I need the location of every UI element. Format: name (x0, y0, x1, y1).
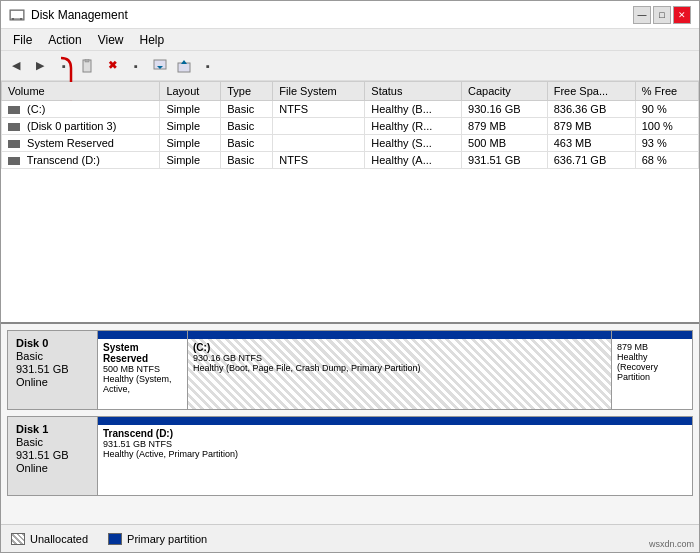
partition-body-striped: (C:) 930.16 GB NTFS Healthy (Boot, Page … (188, 339, 611, 409)
table-row[interactable]: System Reserved Simple Basic Healthy (S.… (2, 135, 699, 152)
type-cell: Basic (221, 101, 273, 118)
fs-cell (273, 135, 365, 152)
partition-c-drive[interactable]: (C:) 930.16 GB NTFS Healthy (Boot, Page … (188, 331, 612, 409)
volume-table: Volume Layout Type File System Status Ca… (1, 81, 699, 169)
partition-name: (C:) (193, 342, 606, 353)
percent-cell: 90 % (635, 101, 698, 118)
disk0-type: Basic (16, 350, 89, 362)
freespace-cell: 879 MB (547, 118, 635, 135)
svg-rect-6 (85, 59, 89, 62)
back-button[interactable]: ◀ (5, 55, 27, 77)
table-row[interactable]: (C:) Simple Basic NTFS Healthy (B... 930… (2, 101, 699, 118)
partition-body: System Reserved 500 MB NTFS Healthy (Sys… (98, 339, 187, 397)
svg-marker-10 (181, 60, 187, 64)
disk0-size: 931.51 GB (16, 363, 89, 375)
disk0-row: Disk 0 Basic 931.51 GB Online System Res… (7, 330, 693, 410)
import-btn[interactable] (149, 55, 171, 77)
legend-unallocated: Unallocated (11, 533, 88, 545)
primary-icon (108, 533, 122, 545)
menu-action[interactable]: Action (40, 31, 89, 49)
disk1-partition-header (98, 417, 692, 425)
layout-cell: Simple (160, 118, 221, 135)
title-bar: Disk Management — □ ✕ (1, 1, 699, 29)
volume-icon (8, 140, 20, 148)
col-header-volume[interactable]: Volume (2, 82, 160, 101)
capacity-cell: 930.16 GB (462, 101, 548, 118)
title-text: Disk Management (31, 8, 128, 22)
disk1-size: 931.51 GB (16, 449, 89, 461)
fs-cell (273, 118, 365, 135)
primary-label: Primary partition (127, 533, 207, 545)
disk1-status: Online (16, 462, 89, 474)
transcend-status: Healthy (Active, Primary Partition) (103, 449, 687, 459)
type-cell: Basic (221, 152, 273, 169)
status-cell: Healthy (A... (365, 152, 462, 169)
percent-cell: 93 % (635, 135, 698, 152)
partition-header-blue (98, 331, 187, 339)
fs-cell: NTFS (273, 101, 365, 118)
disk0-name: Disk 0 (16, 337, 89, 349)
partition-header-blue (612, 331, 692, 339)
capacity-cell: 879 MB (462, 118, 548, 135)
app-icon (9, 7, 25, 23)
col-header-capacity[interactable]: Capacity (462, 82, 548, 101)
disk0-partitions: System Reserved 500 MB NTFS Healthy (Sys… (98, 331, 692, 409)
col-header-filesystem[interactable]: File System (273, 82, 365, 101)
freespace-cell: 463 MB (547, 135, 635, 152)
minimize-button[interactable]: — (633, 6, 651, 24)
disk1-row: Disk 1 Basic 931.51 GB Online Transcend … (7, 416, 693, 496)
square-btn[interactable]: ▪ (53, 55, 75, 77)
disk-visual-panel: Disk 0 Basic 931.51 GB Online System Res… (1, 324, 699, 524)
svg-rect-9 (178, 63, 190, 72)
menu-bar: File Action View Help (1, 29, 699, 51)
partition-recovery[interactable]: 879 MB Healthy (Recovery Partition (612, 331, 692, 409)
transcend-size: 931.51 GB NTFS (103, 439, 687, 449)
disk1-type: Basic (16, 436, 89, 448)
volume-name: System Reserved (2, 135, 160, 152)
percent-cell: 100 % (635, 118, 698, 135)
volume-icon (8, 123, 20, 131)
layout-cell: Simple (160, 135, 221, 152)
unallocated-icon (11, 533, 25, 545)
menu-file[interactable]: File (5, 31, 40, 49)
volume-icon (8, 157, 20, 165)
menu-view[interactable]: View (90, 31, 132, 49)
clipboard-btn[interactable] (77, 55, 99, 77)
partition-header-blue (188, 331, 611, 339)
maximize-button[interactable]: □ (653, 6, 671, 24)
forward-button[interactable]: ▶ (29, 55, 51, 77)
layout-cell: Simple (160, 152, 221, 169)
volume-name: (C:) (2, 101, 160, 118)
partition-system-reserved[interactable]: System Reserved 500 MB NTFS Healthy (Sys… (98, 331, 188, 409)
svg-rect-1 (11, 11, 23, 18)
status-cell: Healthy (R... (365, 118, 462, 135)
partition-body: 879 MB Healthy (Recovery Partition (612, 339, 692, 385)
delete-btn[interactable]: ✖ (101, 55, 123, 77)
partition-status: Healthy (System, Active, (103, 374, 182, 394)
capacity-cell: 500 MB (462, 135, 548, 152)
layout-cell: Simple (160, 101, 221, 118)
partition-status: Healthy (Recovery Partition (617, 352, 687, 382)
disk1-partition-body[interactable]: Transcend (D:) 931.51 GB NTFS Healthy (A… (98, 425, 692, 462)
disk1-label: Disk 1 Basic 931.51 GB Online (8, 417, 98, 495)
partition-status: Healthy (Boot, Page File, Crash Dump, Pr… (193, 363, 606, 373)
main-content: Volume Layout Type File System Status Ca… (1, 81, 699, 552)
close-button[interactable]: ✕ (673, 6, 691, 24)
menu-help[interactable]: Help (132, 31, 173, 49)
square-btn2[interactable]: ▪ (125, 55, 147, 77)
settings-btn[interactable]: ▪ (197, 55, 219, 77)
col-header-status[interactable]: Status (365, 82, 462, 101)
svg-rect-2 (12, 18, 14, 20)
export-btn[interactable] (173, 55, 195, 77)
partition-size: 500 MB NTFS (103, 364, 182, 374)
table-row[interactable]: Transcend (D:) Simple Basic NTFS Healthy… (2, 152, 699, 169)
col-header-type[interactable]: Type (221, 82, 273, 101)
col-header-percentfree[interactable]: % Free (635, 82, 698, 101)
type-cell: Basic (221, 118, 273, 135)
freespace-cell: 836.36 GB (547, 101, 635, 118)
table-row[interactable]: (Disk 0 partition 3) Simple Basic Health… (2, 118, 699, 135)
col-header-layout[interactable]: Layout (160, 82, 221, 101)
col-header-freespace[interactable]: Free Spa... (547, 82, 635, 101)
volume-table-panel: Volume Layout Type File System Status Ca… (1, 81, 699, 324)
partition-size: 930.16 GB NTFS (193, 353, 606, 363)
